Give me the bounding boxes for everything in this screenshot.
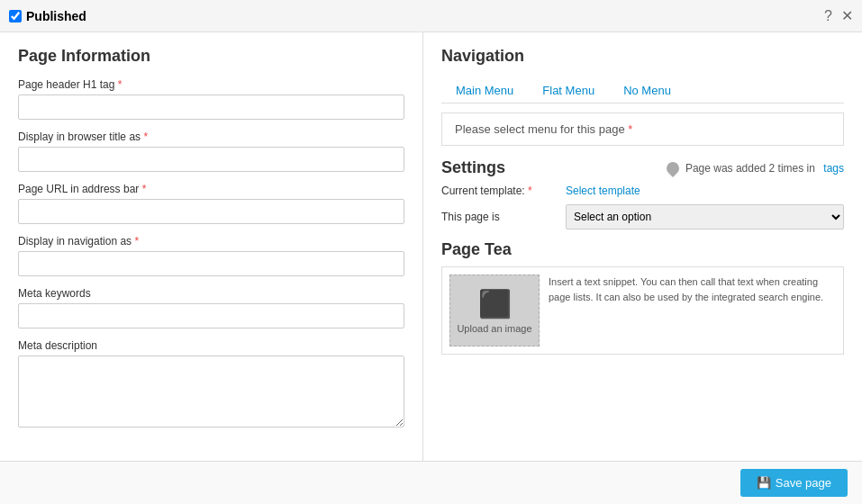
page-team-title: Page Tea	[441, 240, 844, 259]
field-page-url-label: Page URL in address bar *	[18, 183, 404, 195]
this-page-row: This page is Select an option	[441, 204, 844, 230]
team-content: ⬛ Upload an image Insert a text snippet.…	[441, 266, 844, 355]
field-display-nav: Display in navigation as *	[18, 235, 404, 276]
page-header-input[interactable]	[18, 94, 404, 120]
tags-info: Page was added 2 times in tags	[667, 162, 844, 175]
left-panel: Page Information Page header H1 tag * Di…	[0, 32, 423, 461]
settings-section: Settings Page was added 2 times in tags …	[441, 158, 844, 230]
this-page-select[interactable]: Select an option	[566, 204, 844, 230]
published-checkbox-group[interactable]: Published	[9, 9, 86, 23]
meta-keywords-input[interactable]	[18, 303, 404, 328]
field-display-nav-label: Display in navigation as *	[18, 235, 404, 248]
save-page-button[interactable]: 💾 Save page	[740, 469, 848, 497]
modal-container: Published ? ✕ Page Information Page head…	[0, 0, 862, 504]
published-checkbox[interactable]	[9, 10, 22, 22]
upload-icon: ⬛	[478, 288, 512, 320]
this-page-label: This page is	[441, 211, 558, 223]
template-row: Current template: * Select template	[441, 184, 844, 197]
close-button[interactable]: ✕	[841, 7, 853, 24]
field-page-header-label: Page header H1 tag *	[18, 78, 404, 91]
select-template-link[interactable]: Select template	[566, 184, 640, 197]
field-browser-title: Display in browser title as *	[18, 130, 404, 172]
right-panel: Navigation Main Menu Flat Menu No Menu P…	[423, 32, 862, 461]
modal-footer: 💾 Save page	[0, 461, 862, 504]
help-button[interactable]: ?	[824, 8, 832, 24]
tags-link[interactable]: tags	[823, 162, 844, 175]
field-browser-title-label: Display in browser title as *	[18, 130, 404, 143]
header-left: Published	[9, 9, 86, 23]
header-icons: ? ✕	[824, 7, 853, 24]
tab-no-menu[interactable]: No Menu	[609, 78, 685, 103]
page-url-input[interactable]	[18, 199, 404, 224]
modal-header: Published ? ✕	[0, 0, 862, 32]
field-meta-keywords-label: Meta keywords	[18, 287, 404, 300]
display-nav-input[interactable]	[18, 251, 404, 276]
tab-flat-menu[interactable]: Flat Menu	[528, 78, 609, 103]
page-information-title: Page Information	[18, 47, 404, 66]
template-label: Current template: *	[441, 184, 558, 197]
save-icon: 💾	[757, 476, 771, 490]
field-meta-keywords: Meta keywords	[18, 287, 404, 328]
field-page-url: Page URL in address bar *	[18, 183, 404, 224]
browser-title-input[interactable]	[18, 147, 404, 172]
upload-text: Upload an image	[457, 323, 531, 334]
field-page-header: Page header H1 tag *	[18, 78, 404, 120]
settings-header: Settings Page was added 2 times in tags	[441, 158, 844, 177]
modal-body: Page Information Page header H1 tag * Di…	[0, 32, 862, 461]
field-meta-description-label: Meta description	[18, 339, 404, 352]
team-description: Insert a text snippet. You can then call…	[549, 274, 836, 346]
upload-image-box[interactable]: ⬛ Upload an image	[449, 274, 540, 346]
tab-main-menu[interactable]: Main Menu	[441, 78, 528, 103]
meta-description-textarea[interactable]	[18, 356, 404, 428]
published-label: Published	[26, 9, 86, 23]
field-meta-description: Meta description	[18, 339, 404, 430]
tag-icon	[664, 159, 682, 177]
menu-alert: Please select menu for this page *	[441, 112, 844, 146]
navigation-tabs: Main Menu Flat Menu No Menu	[441, 78, 844, 104]
page-team-section: Page Tea ⬛ Upload an image Insert a text…	[441, 240, 844, 355]
settings-title: Settings	[441, 158, 505, 177]
navigation-title: Navigation	[441, 47, 844, 66]
save-label: Save page	[776, 476, 831, 490]
